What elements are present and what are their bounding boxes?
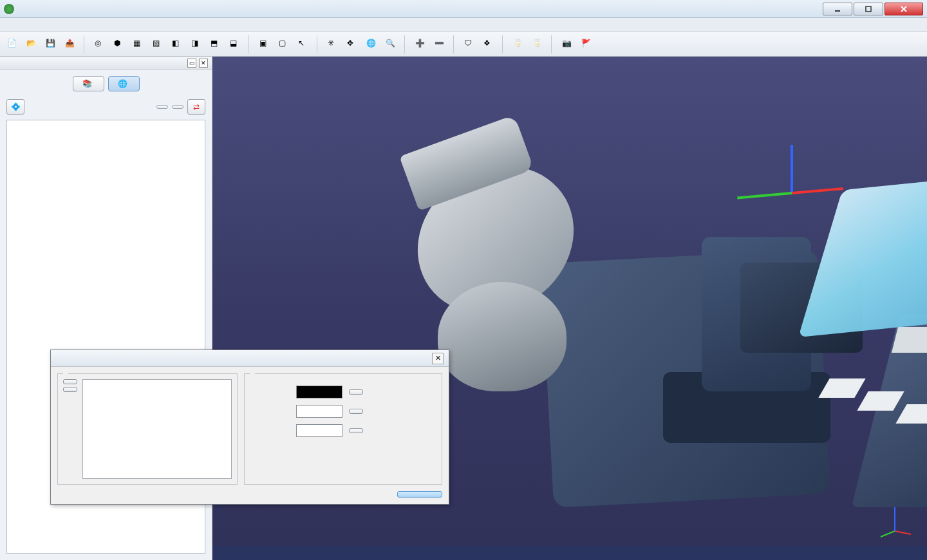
view-reset-button[interactable]: ◎ (91, 35, 109, 53)
menu-fichier[interactable] (3, 23, 15, 27)
dialog-titlebar[interactable]: ✕ (51, 350, 449, 367)
cube-bottom-icon: ⬓ (230, 39, 241, 50)
select-box2-button[interactable]: ▢ (276, 35, 294, 53)
cube-back-icon: ▧ (153, 39, 164, 50)
select-box-button[interactable]: ▣ (256, 35, 274, 53)
statusbar (212, 546, 927, 560)
zoom-out-button[interactable]: ➖ (431, 35, 449, 53)
export-icon: 📤 (65, 39, 77, 50)
cube-left-icon: ◧ (172, 39, 183, 50)
light-icon: 🥛 (513, 39, 525, 50)
app-icon (4, 4, 14, 14)
zoom-area-button[interactable]: 🔍 (382, 35, 400, 53)
add-light-button[interactable] (63, 379, 77, 384)
diffuse-edit-button[interactable] (349, 409, 363, 414)
cube-right-icon: ◨ (191, 39, 203, 50)
panel-float-button[interactable]: ▭ (187, 59, 196, 68)
svg-line-4 (895, 531, 911, 534)
material-button[interactable]: 💠 (6, 99, 24, 115)
light-button[interactable]: 🥛 (510, 35, 528, 53)
wire-button[interactable]: ❖ (480, 35, 498, 53)
cube-top-icon: ⬒ (211, 39, 222, 50)
lights-list-group (57, 373, 238, 485)
light2-icon: 🥛 (532, 39, 544, 50)
axis-indicator (876, 502, 914, 541)
lighting-dialog: ✕ (50, 350, 449, 505)
flag-button[interactable]: 🚩 (578, 35, 596, 53)
window-titlebar (0, 0, 927, 18)
save-icon: 💾 (46, 39, 57, 50)
select-rect2-icon: ▢ (279, 39, 290, 50)
model-icon: 🌐 (118, 79, 127, 88)
ambient-edit-button[interactable] (349, 389, 363, 395)
view-back-button[interactable]: ▧ (149, 35, 167, 53)
specular-swatch (296, 424, 342, 437)
select-rect-icon: ▣ (259, 39, 271, 50)
view-front-button[interactable]: ▦ (130, 35, 148, 53)
minimize-button[interactable] (823, 3, 852, 15)
axis-gizmo[interactable] (747, 147, 837, 237)
flag-icon: 🚩 (581, 39, 593, 50)
panel-close-button[interactable]: ✕ (199, 59, 208, 68)
export-button[interactable]: 📤 (62, 35, 80, 53)
ok-button[interactable] (397, 491, 442, 498)
light-props-group (244, 373, 442, 485)
pan-icon: ✥ (347, 39, 359, 50)
zoom-out-icon: ➖ (435, 39, 446, 50)
fit-button[interactable]: ✳ (324, 35, 342, 53)
pan-button[interactable]: ✥ (344, 35, 362, 53)
tab-album[interactable]: 📚 (73, 76, 104, 91)
zoom-in-button[interactable]: ➕ (412, 35, 430, 53)
folder-open-icon: 📂 (26, 39, 38, 50)
reduce-button[interactable] (172, 105, 183, 109)
ambient-swatch (296, 386, 342, 398)
menu-edition[interactable] (15, 23, 28, 27)
shade-button[interactable]: 🛡 (461, 35, 479, 53)
view-top-button[interactable]: ⬒ (207, 35, 225, 53)
lights-listbox[interactable] (82, 379, 232, 479)
menu-outils[interactable] (67, 23, 80, 27)
panel-header: ▭ ✕ (0, 57, 212, 70)
view-right-button[interactable]: ◨ (188, 35, 206, 53)
close-button[interactable] (885, 3, 923, 15)
shade-icon: 🛡 (464, 39, 476, 50)
zoom-in-icon: ➕ (415, 39, 427, 50)
diffuse-swatch (296, 405, 342, 418)
cursor-button[interactable]: ↖ (295, 35, 313, 53)
light2-button[interactable]: 🥛 (529, 35, 547, 53)
tab-model[interactable]: 🌐 (108, 76, 140, 91)
specular-edit-button[interactable] (349, 428, 363, 433)
menu-vue[interactable] (41, 23, 54, 27)
view-bottom-button[interactable]: ⬓ (227, 35, 245, 53)
zoom-area-icon: 🔍 (386, 39, 397, 50)
menu-aide[interactable] (80, 23, 93, 27)
new-file-button[interactable]: 📄 (4, 35, 22, 53)
svg-rect-1 (866, 6, 871, 12)
deploy-button[interactable] (156, 105, 168, 109)
cube-front-icon: ▦ (133, 39, 145, 50)
svg-line-5 (881, 531, 895, 537)
wire-icon: ❖ (483, 39, 495, 50)
maximize-button[interactable] (854, 3, 883, 15)
diamond-icon: 💠 (11, 102, 21, 111)
cursor-icon: ↖ (298, 39, 310, 50)
fit-icon: ✳ (328, 39, 339, 50)
menu-fenetre[interactable] (28, 23, 41, 27)
delete-light-button[interactable] (63, 387, 77, 392)
orbit-icon: 🌐 (366, 39, 378, 50)
file-new-icon: 📄 (7, 39, 19, 50)
cube-iso-icon: ⬢ (114, 39, 126, 50)
camera-icon: 📷 (562, 39, 574, 50)
target-icon: ◎ (95, 39, 106, 50)
orbit-button[interactable]: 🌐 (363, 35, 381, 53)
swap-button[interactable]: ⇄ (187, 99, 205, 115)
view-iso-button[interactable]: ⬢ (111, 35, 129, 53)
menubar (0, 18, 927, 32)
open-file-button[interactable]: 📂 (23, 35, 41, 53)
dialog-close-button[interactable]: ✕ (432, 353, 444, 364)
album-icon: 📚 (82, 79, 92, 88)
save-button[interactable]: 💾 (42, 35, 61, 53)
view-left-button[interactable]: ◧ (169, 35, 187, 53)
snapshot-button[interactable]: 📷 (559, 35, 577, 53)
menu-rendu[interactable] (54, 23, 67, 27)
